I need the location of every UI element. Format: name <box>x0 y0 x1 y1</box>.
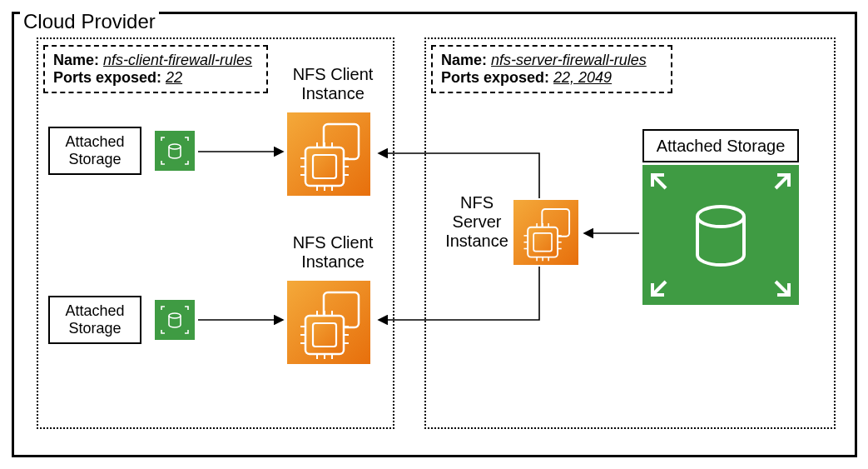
arrows-overlay <box>0 0 868 469</box>
diagram-canvas: Cloud Provider Name: nfs-client-firewall… <box>0 0 868 469</box>
